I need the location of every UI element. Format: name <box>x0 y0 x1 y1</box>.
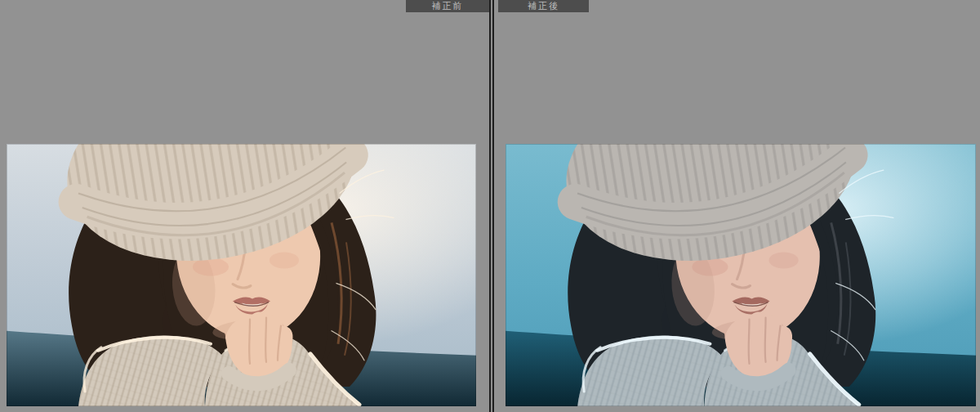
before-label-tab: 補正前 <box>406 0 489 12</box>
after-label-tab: 補正後 <box>498 0 589 12</box>
after-photo <box>506 144 976 406</box>
before-label-text: 補正前 <box>432 1 464 11</box>
after-label-text: 補正後 <box>528 1 559 11</box>
before-photo <box>7 144 476 406</box>
pane-divider[interactable] <box>489 0 494 412</box>
